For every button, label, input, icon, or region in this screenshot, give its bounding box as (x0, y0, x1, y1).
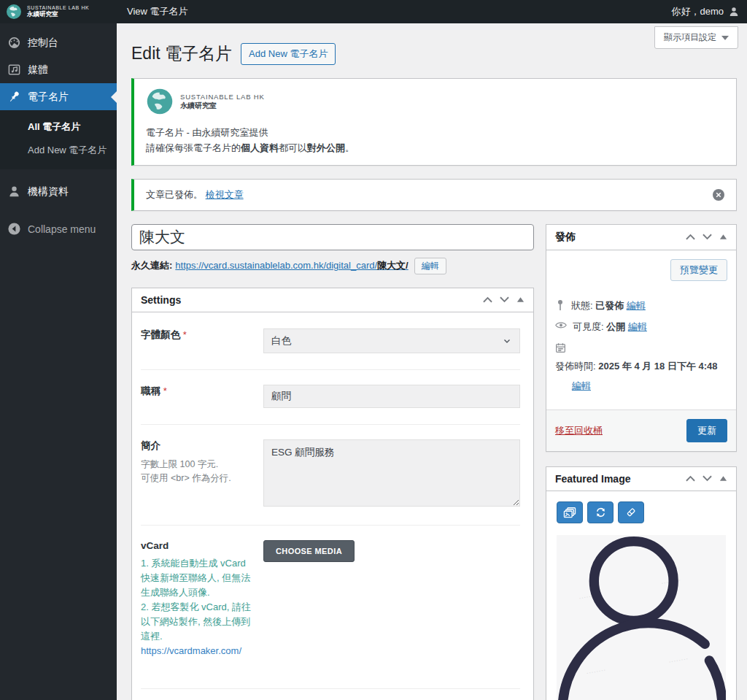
chevron-down-icon (502, 336, 512, 346)
edit-visibility-link[interactable]: 編輯 (628, 321, 647, 332)
job-title-input[interactable] (263, 385, 520, 408)
published-notice: 文章已發佈。 檢視文章 (131, 179, 737, 211)
move-up-icon[interactable] (483, 296, 492, 303)
intro-textarea[interactable]: ESG 顧問服務 (263, 439, 520, 507)
intro-help-line1: 字數上限 100 字元. (141, 458, 253, 472)
schedule-row: 發佈時間: 2025 年 4 月 18 日下午 4:48 編輯 (555, 342, 727, 393)
plugin-banner-notice: SUSTAINABLE LAB HK 永續研究室 電子名片 - 由永續研究室提供… (131, 78, 737, 166)
toggle-icon[interactable] (719, 234, 727, 240)
sidebar-item-label: 控制台 (28, 36, 58, 50)
vcard-help-line1: 1. 系統能自動生成 vCard 快速新增至聯絡人, 但無法生成聯絡人頭像. (141, 556, 253, 600)
published-text: 文章已發佈。 (146, 189, 203, 200)
sidebar-item-label: 機構資料 (28, 185, 69, 199)
move-up-icon[interactable] (686, 234, 695, 240)
sidebar-item-organization[interactable]: 機構資料 (0, 178, 117, 205)
admin-bar: SUSTAINABLE LAB HK 永續研究室 View 電子名片 你好，de… (0, 0, 747, 23)
greeting-text: 你好，demo (671, 5, 724, 18)
move-to-trash-link[interactable]: 移至回收桶 (555, 424, 603, 437)
field-label: 職稱 (141, 385, 160, 396)
field-row-vcard: vCard 1. 系統能自動生成 vCard 快速新增至聯絡人, 但無法生成聯絡… (141, 526, 520, 689)
collapse-menu-button[interactable]: Collapse menu (0, 215, 117, 242)
view-post-link[interactable]: 檢視文章 (206, 189, 244, 200)
adminbar-view-post-link[interactable]: View 電子名片 (127, 5, 188, 18)
media-icon (7, 63, 21, 77)
admin-sidebar: 控制台 媒體 電子名片 All 電子名片 Add New 電子名片 機構資料 C… (0, 23, 117, 700)
settings-box-title: Settings (141, 294, 181, 306)
edit-schedule-link[interactable]: 編輯 (572, 379, 591, 393)
globe-icon (146, 88, 174, 115)
move-down-icon[interactable] (703, 234, 712, 240)
eraser-button[interactable] (618, 501, 644, 523)
permalink-label: 永久連結: (131, 259, 172, 272)
field-row-intro: 簡介 字數上限 100 字元. 可使用 <br> 作為分行. ESG 顧問服務 (141, 425, 520, 526)
main-content: 顯示項目設定 Edit 電子名片 Add New 電子名片 SUSTAINABL… (117, 23, 747, 700)
vcard-help-line2: 2. 若想客製化 vCard, 請往以下網站製作, 然後上傳到這裡. (141, 600, 253, 644)
settings-postbox: Settings 字體顏色 * 白色 (131, 288, 534, 700)
field-row-font-color: 字體顏色 * 白色 (141, 314, 520, 370)
user-icon (728, 6, 740, 18)
vcardmaker-link[interactable]: https://vcardmaker.com/ (141, 645, 241, 656)
edit-permalink-button[interactable]: 編輯 (414, 258, 446, 274)
move-down-icon[interactable] (500, 296, 509, 303)
banner-line1: 電子名片 - 由永續研究室提供 (146, 126, 724, 141)
sidebar-item-label: 電子名片 (28, 91, 69, 104)
move-down-icon[interactable] (703, 475, 712, 482)
gallery-button[interactable] (557, 501, 583, 523)
banner-brand-subtitle: 永續研究室 (180, 101, 265, 111)
submenu-add-new-card[interactable]: Add New 電子名片 (0, 139, 117, 162)
person-icon (7, 185, 21, 199)
field-row-job-title: 職稱 * (141, 370, 520, 425)
permalink-link[interactable]: https://vcard.sustainablelab.com.hk/digi… (175, 259, 408, 272)
collapse-menu-label: Collapse menu (28, 223, 96, 235)
update-button[interactable]: 更新 (686, 419, 727, 442)
brand-subtitle: 永續研究室 (27, 11, 89, 18)
move-up-icon[interactable] (686, 475, 695, 482)
screen-options-button[interactable]: 顯示項目設定 (654, 26, 738, 49)
post-title-input[interactable] (131, 224, 534, 250)
status-pin-icon (555, 299, 565, 311)
edit-status-link[interactable]: 編輯 (627, 300, 646, 311)
field-row-email: 電郵 (141, 689, 520, 700)
field-label: 字體顏色 (141, 329, 180, 340)
featured-image-preview[interactable]: ········ ········ ········ ········ (557, 535, 726, 700)
sidebar-item-media[interactable]: 媒體 (0, 56, 117, 83)
publish-postbox: 發佈 預覽變更 狀態: 已發佈 編輯 (546, 224, 737, 452)
dashboard-icon (7, 36, 21, 50)
field-label: vCard (141, 540, 169, 551)
banner-brand-name: SUSTAINABLE LAB HK (180, 93, 265, 101)
site-logo[interactable]: SUSTAINABLE LAB HK 永續研究室 (0, 4, 117, 20)
sidebar-item-label: 媒體 (28, 64, 48, 77)
publish-box-title: 發佈 (555, 231, 576, 244)
field-label: 簡介 (141, 440, 160, 451)
font-color-select[interactable]: 白色 (263, 328, 520, 353)
pushpin-icon (7, 90, 21, 104)
adminbar-account-menu[interactable]: 你好，demo (671, 5, 747, 18)
intro-help-line2: 可使用 <br> 作為分行. (141, 472, 253, 485)
choose-media-button[interactable]: CHOOSE MEDIA (263, 540, 355, 562)
eye-icon (555, 320, 567, 330)
post-status-row: 狀態: 已發佈 編輯 (555, 299, 727, 313)
digital-card-submenu: All 電子名片 Add New 電子名片 (0, 110, 117, 169)
featured-image-box-title: Featured Image (555, 473, 630, 485)
toggle-icon[interactable] (516, 296, 525, 303)
preview-changes-button[interactable]: 預覽變更 (670, 259, 727, 281)
screen-options-label: 顯示項目設定 (664, 31, 716, 44)
refresh-button[interactable] (587, 501, 614, 523)
dismiss-icon[interactable] (713, 189, 724, 201)
toggle-icon[interactable] (719, 475, 727, 482)
collapse-icon (7, 222, 21, 236)
page-title: Edit 電子名片 (131, 42, 232, 65)
visibility-row: 可見度: 公開 編輯 (555, 320, 727, 334)
banner-line2: 請確保每張電子名片的個人資料都可以對外公開。 (146, 141, 724, 156)
globe-icon (6, 4, 22, 20)
chevron-down-icon (721, 35, 729, 41)
calendar-icon (555, 342, 566, 353)
submenu-all-cards[interactable]: All 電子名片 (0, 115, 117, 139)
featured-image-postbox: Featured Image (546, 466, 737, 700)
add-new-button[interactable]: Add New 電子名片 (241, 43, 336, 65)
sidebar-item-digital-card[interactable]: 電子名片 (0, 83, 117, 110)
sidebar-item-dashboard[interactable]: 控制台 (0, 29, 117, 56)
